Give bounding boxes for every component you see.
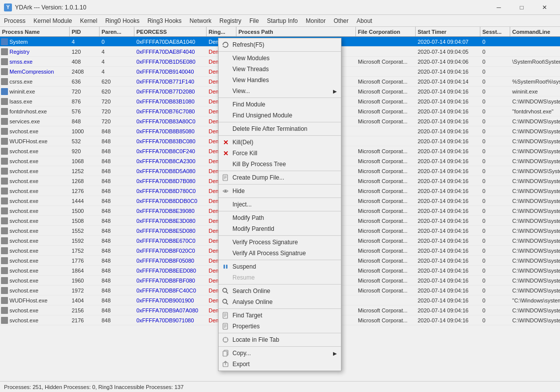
context-menu-item-find-module[interactable]: Find Module (219, 99, 341, 110)
context-menu-item-create-dump-file-[interactable]: Create Dump File... (219, 172, 341, 183)
title-bar: Y YDArk --- Version: 1.0.1.10 ─ □ ✕ (0, 0, 560, 15)
menu-item-network[interactable]: Network (186, 15, 216, 26)
menu-item-monitor[interactable]: Monitor (302, 15, 330, 26)
menu-item-registry[interactable]: Registry (216, 15, 245, 26)
table-cell: 0xFFFFA70DB9071080 (134, 315, 207, 325)
table-cell: 1864 (70, 266, 100, 275)
context-menu-item-verify-all-process-signatrue[interactable]: Verify All Process Signatrue (219, 248, 341, 259)
table-header-paren-[interactable]: Paren... (100, 27, 134, 36)
context-menu-label: Modify Path (232, 214, 264, 221)
table-cell: 0 (480, 196, 510, 205)
menu-bar: ProcessKernel ModuleKernelRing0 HooksRin… (0, 15, 560, 27)
menu-item-kernel[interactable]: Kernel (76, 15, 102, 26)
table-cell: Microsoft Corporat... (356, 236, 416, 245)
table-header-start-timer[interactable]: Start Timer (416, 27, 480, 36)
table-header-commandline[interactable]: CommandLine (510, 27, 560, 36)
context-menu-item-view-[interactable]: View...▶ (219, 86, 341, 97)
context-menu-item-kill-del-[interactable]: ✕Kill(Del) (219, 137, 341, 148)
table-cell: svchost.exe (0, 226, 70, 235)
table-header-peorcess[interactable]: PEORCESS (134, 27, 207, 36)
context-menu-label: Hide (232, 188, 245, 195)
menu-item-kernel-module[interactable]: Kernel Module (29, 15, 76, 26)
table-cell: 0 (480, 206, 510, 215)
close-button[interactable]: ✕ (533, 0, 556, 15)
context-menu-item-suspend[interactable]: Suspend (219, 261, 341, 272)
submenu-arrow-icon: ▶ (333, 89, 337, 94)
menu-item-process[interactable]: Process (0, 15, 29, 26)
context-menu-item-properties[interactable]: Properties (219, 321, 341, 332)
menu-item-other[interactable]: Other (330, 15, 352, 26)
context-menu-item-kill-by-process-tree[interactable]: Kill By Process Tree (219, 159, 341, 170)
submenu-arrow-icon: ▶ (333, 351, 337, 356)
table-cell: 0 (480, 226, 510, 235)
table-cell: 848 (100, 256, 134, 265)
table-cell: svchost.exe (0, 196, 70, 205)
context-menu-item-verify-process-signature[interactable]: Verify Process Signature (219, 237, 341, 248)
menu-item-ring3-hooks[interactable]: Ring3 Hooks (143, 15, 186, 26)
table-cell: %SystemRoot%\system32\ (510, 77, 560, 86)
table-cell: 1508 (70, 216, 100, 225)
dump-icon (221, 173, 230, 183)
context-menu-label: Find Unsigned Module (232, 112, 292, 119)
context-menu-item-copy-[interactable]: Copy...▶ (219, 348, 341, 359)
svg-point-10 (223, 299, 227, 303)
table-cell: svchost.exe (0, 246, 70, 255)
context-menu-item-search-online[interactable]: Search Online (219, 286, 341, 296)
table-cell: 532 (70, 136, 100, 146)
table-cell: 1068 (70, 156, 100, 166)
menu-item-file[interactable]: File (245, 15, 263, 26)
table-cell: C:\WINDOWS\system32\svc (510, 256, 560, 265)
context-menu-item-find-unsigned-module[interactable]: Find Unsigned Module (219, 110, 341, 121)
table-cell: 0 (480, 256, 510, 265)
table-header-process-name[interactable]: Process Name (0, 27, 70, 36)
context-menu-label: Search Online (232, 288, 270, 294)
table-cell: 876 (70, 97, 100, 106)
table-cell: WUDFHost.exe (0, 295, 70, 305)
table-cell (356, 126, 416, 136)
table-cell: 848 (100, 266, 134, 275)
table-cell: 2020-07-14 09:04:06 (416, 57, 480, 66)
table-cell: 0xFFFFA70DAE8F4040 (134, 47, 207, 56)
context-menu-item-analyse-online[interactable]: Analyse Online (219, 296, 341, 307)
context-menu-item-hide[interactable]: Hide (219, 186, 341, 196)
table-cell: csrss.exe (0, 77, 70, 86)
context-menu-item-view-handles[interactable]: View Handles (219, 75, 341, 86)
table-cell: 0xFFFFA70DB8EED080 (134, 266, 207, 275)
table-header-pid[interactable]: PID (70, 27, 100, 36)
context-menu-item-view-threads[interactable]: View Threads (219, 64, 341, 75)
table-cell: 1276 (70, 186, 100, 196)
context-menu-item-resume: Resume (219, 272, 341, 283)
minimize-button[interactable]: ─ (487, 0, 510, 15)
context-menu-item-export[interactable]: Export (219, 359, 341, 370)
menu-item-startup-info[interactable]: Startup Info (263, 15, 302, 26)
process-icon (1, 217, 8, 224)
context-menu-item-delete-file-after-termination[interactable]: Delete File After Termination (219, 123, 341, 134)
table-header-sesst-[interactable]: Sesst... (480, 27, 510, 36)
menu-item-ring0-hooks[interactable]: Ring0 Hooks (101, 15, 143, 26)
process-icon (1, 178, 8, 185)
table-cell: 0 (480, 286, 510, 295)
menu-item-about[interactable]: About (352, 15, 376, 26)
table-header-file-corporation[interactable]: File Corporation (356, 27, 416, 36)
table-cell: 0 (480, 136, 510, 146)
context-menu-item-modify-path[interactable]: Modify Path (219, 212, 341, 223)
table-cell: C:\WINDOWS\system32\svc (510, 186, 560, 196)
table-cell: 0 (480, 216, 510, 225)
context-menu-item-inject-[interactable]: Inject... (219, 199, 341, 210)
table-cell: 2020-07-14 09:04:16 (416, 305, 480, 315)
table-cell: MemCompression (0, 67, 70, 76)
context-menu-item-refresh-f5-[interactable]: Refresh(F5) (219, 39, 341, 50)
table-header-ring-[interactable]: Ring... (207, 27, 236, 36)
context-menu-item-modify-parentid[interactable]: Modify ParentId (219, 223, 341, 234)
table-cell: 0xFFFFA70DB8E5D080 (134, 226, 207, 235)
table-cell: System (0, 37, 70, 46)
context-menu-item-view-modules[interactable]: View Modules (219, 53, 341, 64)
context-menu-item-find-target[interactable]: Find Target (219, 310, 341, 321)
table-cell: Microsoft Corporat... (356, 266, 416, 275)
context-menu-item-locate-in-file-tab[interactable]: Locate in File Tab (219, 334, 341, 345)
context-menu-item-force-kill[interactable]: ✕Force Kill (219, 148, 341, 159)
table-cell: 4 (70, 37, 100, 46)
context-menu-separator (219, 235, 341, 236)
table-header-process-path[interactable]: Process Path (236, 27, 356, 36)
maximize-button[interactable]: □ (510, 0, 533, 15)
